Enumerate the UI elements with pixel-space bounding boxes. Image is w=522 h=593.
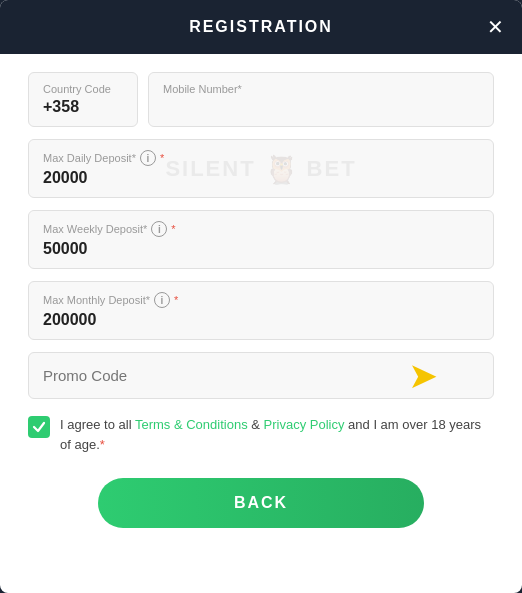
mobile-number-label: Mobile Number* [163, 83, 479, 95]
phone-row: Country Code +358 Mobile Number* [28, 72, 494, 127]
registration-modal: REGISTRATION ✕ Country Code +358 Mobile … [0, 0, 522, 593]
checkmark-icon [32, 420, 46, 434]
country-code-group: Country Code +358 [28, 72, 138, 127]
arrow-icon: ➤ [408, 355, 438, 397]
max-weekly-deposit-label: Max Weekly Deposit* i * [43, 221, 479, 237]
max-weekly-deposit-group: Max Weekly Deposit* i * [28, 210, 494, 269]
max-daily-deposit-input[interactable] [43, 169, 479, 187]
modal-body: Country Code +358 Mobile Number* Max Dai… [0, 54, 522, 552]
max-daily-info-icon[interactable]: i [140, 150, 156, 166]
privacy-policy-link[interactable]: Privacy Policy [264, 417, 345, 432]
close-button[interactable]: ✕ [487, 17, 504, 37]
back-button[interactable]: BACK [98, 478, 424, 528]
max-monthly-deposit-label: Max Monthly Deposit* i * [43, 292, 479, 308]
max-weekly-deposit-input[interactable] [43, 240, 479, 258]
max-weekly-info-icon[interactable]: i [151, 221, 167, 237]
modal-header: REGISTRATION ✕ [0, 0, 522, 54]
max-monthly-info-icon[interactable]: i [154, 292, 170, 308]
max-daily-required-star: * [160, 152, 164, 164]
modal-title: REGISTRATION [189, 18, 333, 36]
country-code-value: +358 [43, 98, 123, 116]
max-monthly-deposit-group: Max Monthly Deposit* i * [28, 281, 494, 340]
terms-required-star: * [100, 437, 105, 452]
promo-code-input[interactable] [43, 367, 348, 384]
max-daily-deposit-section: Max Daily Deposit* i * SILENT 🦉 BET [28, 139, 494, 198]
terms-text: I agree to all Terms & Conditions & Priv… [60, 415, 494, 454]
country-code-label: Country Code [43, 83, 123, 95]
terms-conditions-link[interactable]: Terms & Conditions [135, 417, 248, 432]
max-daily-deposit-group: Max Daily Deposit* i * [28, 139, 494, 198]
max-daily-deposit-label: Max Daily Deposit* i * [43, 150, 479, 166]
max-monthly-deposit-input[interactable] [43, 311, 479, 329]
max-monthly-required-star: * [174, 294, 178, 306]
terms-checkbox[interactable] [28, 416, 50, 438]
promo-code-group: ➤ [28, 352, 494, 399]
mobile-number-input[interactable] [163, 98, 479, 116]
mobile-number-group: Mobile Number* [148, 72, 494, 127]
max-weekly-required-star: * [171, 223, 175, 235]
terms-row: I agree to all Terms & Conditions & Priv… [28, 415, 494, 454]
